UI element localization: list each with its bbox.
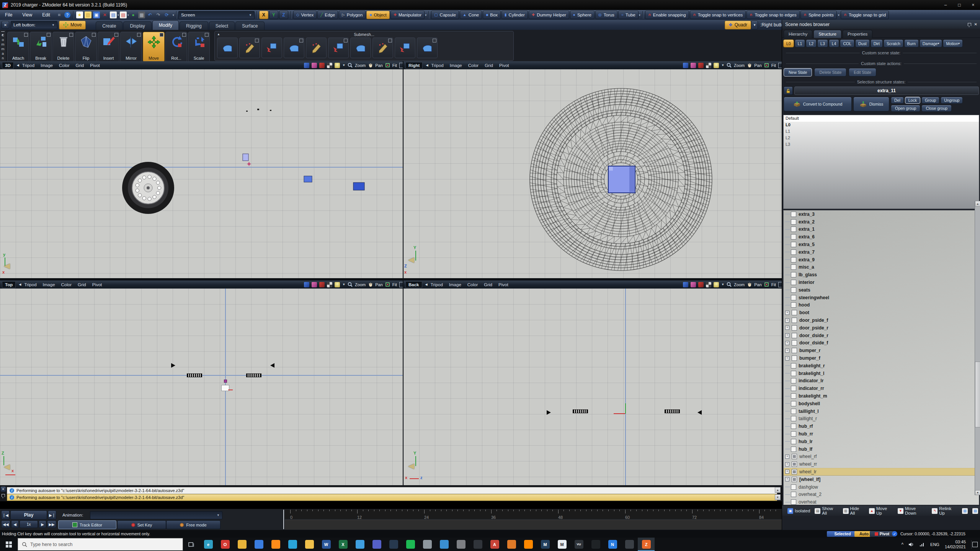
- rewind-button[interactable]: ◀◀: [1, 520, 10, 528]
- expander-icon[interactable]: +: [785, 333, 789, 337]
- close-group-button[interactable]: Close group: [921, 105, 952, 112]
- viewport-3d-name[interactable]: 3D: [2, 62, 14, 69]
- menu-file[interactable]: File: [0, 12, 17, 18]
- tool-options-icon[interactable]: [344, 39, 348, 42]
- visibility-checkbox[interactable]: [791, 439, 796, 444]
- collapse-icon[interactable]: ◀: [19, 283, 21, 286]
- scene-object-row[interactable]: extra_3: [784, 210, 979, 218]
- close-panel-button[interactable]: ✕: [2, 21, 9, 29]
- scene-object-row[interactable]: bodyshell: [784, 400, 979, 408]
- zoom-icon[interactable]: [727, 282, 732, 287]
- menu-pivot[interactable]: Pivot: [92, 282, 102, 287]
- visibility-checkbox[interactable]: [791, 378, 796, 383]
- scene-object-row[interactable]: indicator_rr: [784, 385, 979, 392]
- primitive-cone-button[interactable]: ▲Cone: [460, 11, 482, 19]
- timeline-ruler[interactable]: 012243648607284: [285, 510, 782, 519]
- scene-object-row[interactable]: seats: [784, 286, 979, 294]
- state-list-item[interactable]: L2: [784, 135, 979, 141]
- taskbar-app-vu[interactable]: VU: [570, 538, 587, 551]
- visibility-checkbox[interactable]: [791, 424, 796, 429]
- primitive-sphere-button[interactable]: ●Sphere: [570, 11, 595, 19]
- selected-node-name[interactable]: extra_11: [794, 86, 979, 95]
- wireframe-icon[interactable]: [691, 282, 696, 287]
- expander-icon[interactable]: +: [785, 311, 789, 315]
- toggle-snap-to-grid-button[interactable]: ∪Toggle snap to grid: [841, 11, 889, 19]
- new-state-button[interactable]: New State: [784, 68, 812, 77]
- axis-y-button[interactable]: Y: [269, 11, 278, 19]
- pan-label[interactable]: Pan: [375, 282, 383, 287]
- state-l2-button[interactable]: L2: [806, 39, 817, 47]
- pan-label[interactable]: Pan: [754, 63, 762, 68]
- selected-badge[interactable]: Selected: [827, 531, 858, 537]
- spline-points-button[interactable]: ∪Spline points: [800, 11, 837, 19]
- wireframe-icon[interactable]: [312, 282, 317, 287]
- expander-icon[interactable]: +: [785, 326, 789, 330]
- viewport-splitter-h[interactable]: [0, 278, 782, 280]
- tab-hierarchy[interactable]: Hierarchy: [784, 30, 812, 38]
- edit-state-button[interactable]: Edit State: [849, 68, 876, 77]
- set-key-button[interactable]: Set Key: [117, 520, 166, 529]
- pan-label[interactable]: Pan: [754, 282, 762, 287]
- tool-options-icon[interactable]: [388, 39, 392, 42]
- scene-object-row[interactable]: hub_rf: [784, 422, 979, 430]
- new-file-icon[interactable]: ★: [76, 11, 83, 18]
- move-down-button[interactable]: Move Down: [905, 506, 927, 515]
- fit-icon[interactable]: [385, 282, 390, 287]
- language-indicator[interactable]: ENG: [930, 542, 939, 547]
- taskbar-app-paint[interactable]: A: [486, 538, 503, 551]
- selected-mesh-strip[interactable]: [246, 373, 261, 377]
- pin-icon[interactable]: [1, 31, 5, 32]
- submesh-tool-5-button[interactable]: [306, 37, 327, 58]
- scene-object-row[interactable]: extra_5: [784, 241, 979, 248]
- visibility-checkbox[interactable]: [791, 484, 796, 490]
- menu-image[interactable]: Image: [43, 282, 55, 287]
- convert-to-compound-button[interactable]: Convert to Compound: [784, 97, 852, 111]
- menu-grid[interactable]: Grid: [484, 282, 492, 287]
- minimize-button[interactable]: –: [939, 0, 952, 10]
- zoom-label[interactable]: Zoom: [355, 63, 366, 68]
- delete-state-button[interactable]: Delete State: [814, 68, 846, 77]
- render-dropdown-icon[interactable]: ▼: [342, 64, 345, 67]
- menu-grid[interactable]: Grid: [75, 63, 84, 68]
- pan-icon[interactable]: [368, 282, 373, 287]
- visibility-checkbox[interactable]: [792, 325, 797, 331]
- state-dirt-button[interactable]: Dirt: [871, 39, 883, 47]
- tab-surface[interactable]: Surface: [235, 21, 264, 30]
- menu-color[interactable]: Color: [467, 282, 478, 287]
- menu-pivot[interactable]: Pivot: [499, 63, 509, 68]
- scroll-thumb[interactable]: [975, 362, 980, 427]
- taskbar-app-photos[interactable]: [351, 538, 368, 551]
- zoom-label[interactable]: Zoom: [734, 63, 745, 68]
- mode-object-button[interactable]: ■Object: [366, 11, 389, 19]
- tab-rigging[interactable]: Rigging: [180, 21, 208, 30]
- indicator-object-right[interactable]: [270, 363, 274, 368]
- shading-icon[interactable]: [304, 282, 309, 287]
- go-end-button[interactable]: ▶❘: [48, 510, 56, 520]
- pan-icon[interactable]: [747, 63, 752, 68]
- primitive-box-button[interactable]: ■Box: [483, 11, 501, 19]
- helper-box[interactable]: [243, 154, 248, 161]
- panel-extra-2-icon[interactable]: ▨: [972, 508, 978, 514]
- taskbar-app-edge[interactable]: e: [200, 538, 217, 551]
- menu-image[interactable]: Image: [449, 282, 461, 287]
- fit-icon[interactable]: [385, 63, 390, 68]
- visibility-checkbox[interactable]: [792, 318, 797, 323]
- taskbar-clock[interactable]: 03:45 14/02/2021: [945, 540, 966, 549]
- visibility-checkbox[interactable]: [791, 257, 796, 262]
- fit-icon[interactable]: [764, 282, 769, 287]
- axis-z-button[interactable]: Z: [279, 11, 288, 19]
- visibility-checkbox[interactable]: [791, 386, 796, 391]
- timeline-splitter[interactable]: [283, 510, 284, 529]
- tool-options-icon[interactable]: [255, 39, 259, 42]
- damage-dropdown-icon[interactable]: ▾: [938, 42, 939, 45]
- viewport-top[interactable]: Z x: [0, 289, 403, 485]
- viewport-right-name[interactable]: Right: [405, 62, 423, 69]
- menu-edit[interactable]: Edit: [37, 12, 55, 18]
- step-back-button[interactable]: ◀: [11, 520, 19, 528]
- play-button[interactable]: Play: [10, 510, 47, 520]
- toolbar-overflow-icon[interactable]: ▾: [173, 13, 174, 17]
- close-button[interactable]: ×: [966, 0, 980, 10]
- scene-object-row[interactable]: overheat: [784, 498, 979, 505]
- zoom-icon[interactable]: [348, 63, 353, 68]
- visibility-checkbox[interactable]: [791, 499, 796, 505]
